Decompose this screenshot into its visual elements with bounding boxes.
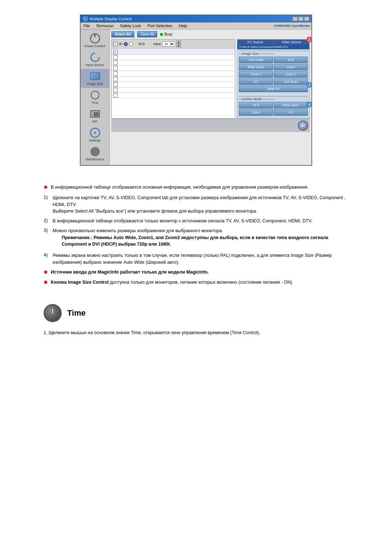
table-row [112,66,235,71]
time-large-icon [44,304,62,322]
auto-wide-button[interactable]: Auto Wide [239,57,273,63]
screen-mode-section: 4 —Screen Mode———— 16:9 Wide Zoom Zoom 4… [237,95,309,118]
title-bar-left: Multiple Display Control [83,16,132,21]
settings-icon: ⚙ [89,128,101,138]
just-scan-button[interactable]: Just Scan [274,78,308,85]
sidebar-item-maintenance[interactable]: Maintenance [81,144,109,163]
time-icon [89,90,101,100]
row-checkbox[interactable] [113,82,118,87]
sidebar-item-input[interactable]: Input Source [81,50,109,69]
scroll-down-button[interactable]: ▼ [176,44,181,48]
busy-indicator: Busy [160,32,172,36]
note-num-4: 4) [44,252,51,266]
pc-source-tab[interactable]: PC Source [237,40,274,45]
note-num-1: 1) [44,194,51,215]
menu-file[interactable]: File [82,23,91,28]
pip-icon [89,109,101,119]
row-checkbox[interactable] [113,50,118,54]
apply-button[interactable]: ↩ [298,120,308,131]
table-row [112,55,235,60]
screen-mode-title: —Screen Mode———— [239,96,308,101]
ratio-16-9-button[interactable]: 16:9 [274,57,308,63]
sidebar-item-pip[interactable]: PIP [81,107,109,126]
image-size-section: —Image Size————— 3 Auto Wide 16:9 Wide Z… [237,49,309,95]
sidebar-item-time[interactable]: Time [81,88,109,107]
sidebar-label-power: Power Control [85,44,105,48]
sidebar-item-settings[interactable]: ⚙ Settings [81,126,109,144]
row-checkbox[interactable] [113,61,118,65]
radio-id[interactable] [124,42,128,46]
clear-all-button[interactable]: Clear All [137,31,157,37]
badge-3: 3 [306,82,312,88]
table-row [112,87,235,93]
sidebar-item-imagesize[interactable]: Image Size [81,69,109,88]
menu-safety-lock[interactable]: Safety Lock [119,23,142,28]
image-size-title: —Image Size————— [239,51,308,56]
samsung-logo: SAMSUNG SyncMaster [274,24,310,28]
sidebar: Power Control Input Source Image Size [81,29,110,165]
busy-label: Busy [164,32,172,36]
maximize-button[interactable]: □ [298,17,303,21]
row-checkbox[interactable] [113,66,118,70]
select-all-checkbox[interactable] [113,42,118,46]
note-star-3-label: Кнопка Image Size Control [51,280,109,285]
screen-zoom-button[interactable]: Zoom [239,109,273,116]
input-select[interactable]: AV TV HDMI [162,41,175,46]
close-button[interactable]: × [304,17,309,21]
col-input: Input [154,42,161,46]
menu-items: File Remocon Safety Lock Port Selection … [82,23,188,28]
table-row [112,49,235,55]
zoom2-button[interactable]: Zoom 2 [274,71,308,78]
note-3-note: Примечание.: Режимы Auto Wide, Zoom1, an… [62,234,348,248]
source-tabs: PC Source Video Source [237,40,309,45]
note-4-text: Режимы экрана можно настроить только в т… [53,252,348,266]
menu-remocon[interactable]: Remocon [95,23,115,28]
menu-port-selection[interactable]: Port Selection [146,23,173,28]
zoom-button[interactable]: Zoom [274,64,308,70]
note-3-content: Можно произвольно изменить размеры изобр… [53,227,348,249]
sidebar-item-power[interactable]: Power Control [81,31,109,50]
table-row [112,82,235,87]
time-note-1: 1. Щелкните мышью на основном значке Tim… [44,329,348,336]
row-checkbox[interactable] [113,71,118,76]
radio-option[interactable] [129,42,133,46]
row-checkbox[interactable] [113,77,118,81]
screen-16-9-button[interactable]: 16:9 [239,102,273,108]
table-rows [112,49,235,98]
menu-help[interactable]: Help [177,23,189,28]
screen-4-3-button[interactable]: 4:3 [274,109,308,116]
image-size-buttons: Auto Wide 16:9 Wide Zoom Zoom Zoom 1 Zoo… [239,57,308,92]
note-star-1-text: В информационной таблице отображается ос… [51,184,309,191]
app-icon [83,16,88,21]
note-star-3-rest: доступна только для мониторов, питание к… [109,280,292,285]
title-controls: _ □ × [293,17,309,21]
time-section: Time 1. Щелкните мышью на основном значк… [22,297,370,344]
ratio-4-3-button[interactable]: 4:3 [239,78,273,85]
scroll-up-button[interactable]: ▲ [176,40,181,44]
table-row [112,77,235,82]
row-checkbox[interactable] [113,88,118,92]
row-checkbox[interactable] [113,55,118,59]
app-window: Multiple Display Control _ □ × File Remo… [80,15,312,166]
note-star-3-text: Кнопка Image Size Control доступна тольк… [51,279,292,286]
wide-zoom-button[interactable]: Wide Zoom [239,64,273,70]
note-2-text: В информационной таблице отображается то… [53,218,313,225]
note-1-text: Щелкните на карточке TV, AV, S-VIDEO, Co… [53,194,348,208]
zoom1-button[interactable]: Zoom 1 [239,71,273,78]
sidebar-label-pip: PIP [92,120,98,123]
image-size-icon [89,71,101,81]
note-star-3: ✱ Кнопка Image Size Control доступна тол… [44,279,348,286]
table-controls-row: ID 16:9 Input AV TV HDMI ▲ [112,40,235,49]
row-checkbox[interactable] [113,93,118,98]
screen-wide-zoom-button[interactable]: Wide Zoom [274,102,308,108]
wide-fit-button[interactable]: Wide Fit [239,86,308,92]
menu-bar: File Remocon Safety Lock Port Selection … [81,22,311,29]
minimize-button[interactable]: _ [293,17,298,21]
video-source-tab[interactable]: Video Source [274,40,310,45]
table-area: ID 16:9 Input AV TV HDMI ▲ [111,39,310,119]
note-num-3: 3) [44,227,51,249]
tv-sources-row: TV,AV,S-Video,Component,HDMI,DTV [237,45,309,49]
note-1b-text: Выберите Select All "Выбрать все") или у… [53,208,348,215]
screen-mode-buttons: 16:9 Wide Zoom Zoom 4:3 [239,102,308,116]
select-all-button[interactable]: Select All [111,31,134,37]
